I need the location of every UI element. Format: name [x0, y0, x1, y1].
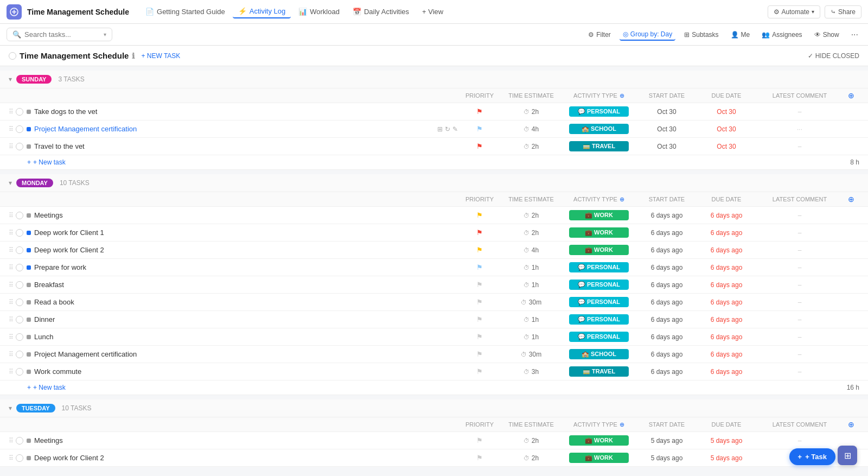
- drag-handle[interactable]: ⠿: [9, 108, 14, 116]
- info-icon[interactable]: ℹ: [132, 52, 135, 60]
- col-add-monday[interactable]: ⊕: [843, 195, 859, 204]
- priority-flag-gray[interactable]: ⚑: [476, 298, 483, 306]
- priority-flag-red[interactable]: ⚑: [476, 229, 483, 237]
- task-start-date: 6 days ago: [637, 316, 697, 323]
- task-checkbox[interactable]: [16, 351, 23, 358]
- task-checkbox[interactable]: [16, 281, 23, 289]
- drag-handle[interactable]: ⠿: [9, 281, 14, 289]
- priority-flag-red[interactable]: ⚑: [476, 142, 483, 150]
- drag-handle[interactable]: ⠿: [9, 316, 14, 323]
- more-options-button[interactable]: ···: [848, 28, 861, 41]
- tab-daily-activities[interactable]: 📅 Daily Activities: [347, 5, 414, 18]
- drag-handle[interactable]: ⠿: [9, 437, 14, 445]
- task-color-indicator: [27, 352, 31, 357]
- show-button[interactable]: 👁 Show: [811, 29, 843, 40]
- activity-info-icon[interactable]: ⊕: [620, 92, 624, 99]
- priority-flag-gray[interactable]: ⚑: [476, 281, 483, 289]
- me-button[interactable]: 👤 Me: [727, 29, 754, 40]
- drag-handle[interactable]: ⠿: [9, 368, 14, 376]
- add-task-floating-button[interactable]: + + Task: [789, 448, 835, 465]
- priority-flag-red[interactable]: ⚑: [476, 107, 483, 116]
- page-toggle[interactable]: [9, 52, 16, 60]
- tab-activity-log[interactable]: ⚡ Activity Log: [233, 5, 291, 18]
- priority-flag-blue[interactable]: ⚑: [476, 263, 483, 271]
- priority-flag-blue[interactable]: ⚑: [476, 125, 483, 133]
- tab-getting-started[interactable]: 📄 Getting Started Guide: [140, 5, 231, 18]
- new-task-button[interactable]: + NEW TASK: [141, 52, 180, 60]
- drag-handle[interactable]: ⠿: [9, 212, 14, 219]
- activity-info-icon-tue[interactable]: ⊕: [620, 421, 624, 428]
- clock-icon: ⏱: [521, 351, 527, 358]
- subtasks-button[interactable]: ⊞ Subtasks: [681, 29, 722, 40]
- task-priority: ⚑: [458, 367, 501, 376]
- priority-flag-gray[interactable]: ⚑: [476, 333, 483, 341]
- priority-flag-yellow[interactable]: ⚑: [476, 211, 483, 219]
- task-checkbox[interactable]: [16, 264, 23, 271]
- priority-flag-gray[interactable]: ⚑: [476, 315, 483, 323]
- drag-handle[interactable]: ⠿: [9, 264, 14, 271]
- task-checkbox[interactable]: [16, 125, 23, 133]
- task-time: ⏱2h: [501, 143, 561, 150]
- task-checkbox[interactable]: [16, 437, 23, 445]
- priority-flag-gray[interactable]: ⚑: [476, 367, 483, 376]
- task-name[interactable]: Project Management certification: [34, 125, 434, 133]
- task-checkbox[interactable]: [16, 108, 23, 116]
- col-add-tuesday[interactable]: ⊕: [843, 420, 859, 429]
- task-checkbox[interactable]: [16, 143, 23, 150]
- collapse-monday-button[interactable]: ▾: [9, 179, 12, 187]
- group-by-button[interactable]: ◎ Group by: Day: [620, 29, 675, 41]
- task-name: Dinner: [34, 315, 458, 323]
- clock-icon: ⏱: [524, 212, 529, 219]
- filter-button[interactable]: ⚙ Filter: [585, 29, 614, 40]
- assignees-button[interactable]: 👥 Assignees: [758, 29, 805, 40]
- tab-workload[interactable]: 📊 Workload: [293, 5, 345, 18]
- automate-button[interactable]: ⚙ Automate ▾: [768, 5, 820, 18]
- edit-icon[interactable]: ✎: [452, 125, 458, 133]
- task-checkbox[interactable]: [16, 316, 23, 323]
- drag-handle[interactable]: ⠿: [9, 229, 14, 237]
- drag-handle[interactable]: ⠿: [9, 333, 14, 341]
- task-checkbox[interactable]: [16, 454, 23, 462]
- monday-column-headers: PRIORITY TIME ESTIMATE ACTIVITY TYPE ⊕ S…: [0, 192, 868, 207]
- clock-icon: ⏱: [524, 334, 529, 340]
- task-checkbox[interactable]: [16, 212, 23, 219]
- retry-icon[interactable]: ↻: [445, 125, 450, 133]
- task-checkbox[interactable]: [16, 299, 23, 306]
- tab-view[interactable]: + View: [417, 5, 449, 18]
- share-button[interactable]: ⤷ Share: [825, 5, 861, 18]
- grid-view-floating-button[interactable]: ⊞: [838, 446, 857, 465]
- hide-closed-button[interactable]: ✓ HIDE CLOSED: [808, 52, 859, 60]
- activity-badge-personal: 💬 PERSONAL: [569, 332, 629, 342]
- col-add-sunday[interactable]: ⊕: [843, 91, 859, 100]
- collapse-sunday-button[interactable]: ▾: [9, 75, 12, 83]
- drag-handle[interactable]: ⠿: [9, 246, 14, 254]
- priority-flag-yellow[interactable]: ⚑: [476, 246, 483, 254]
- sunday-new-task-row[interactable]: + + New task 8 h: [0, 155, 868, 170]
- search-input[interactable]: [24, 30, 100, 39]
- activity-info-icon-mon[interactable]: ⊕: [620, 196, 624, 203]
- priority-flag-gray[interactable]: ⚑: [476, 350, 483, 358]
- task-checkbox[interactable]: [16, 229, 23, 237]
- monday-new-task-row[interactable]: + + New task 16 h: [0, 380, 868, 395]
- drag-handle[interactable]: ⠿: [9, 125, 14, 133]
- priority-flag-gray[interactable]: ⚑: [476, 454, 483, 462]
- task-latest-comment: –: [756, 264, 843, 271]
- task-checkbox[interactable]: [16, 333, 23, 341]
- task-checkbox[interactable]: [16, 246, 23, 254]
- task-due-date: 5 days ago: [697, 437, 756, 445]
- drag-handle[interactable]: ⠿: [9, 351, 14, 358]
- drag-handle[interactable]: ⠿: [9, 299, 14, 306]
- task-start-date: 6 days ago: [637, 351, 697, 358]
- drag-handle[interactable]: ⠿: [9, 143, 14, 150]
- collapse-tuesday-button[interactable]: ▾: [9, 404, 12, 412]
- task-priority: ⚑: [458, 454, 501, 462]
- task-color-indicator: [27, 127, 31, 131]
- activity-badge-work: 💼 WORK: [569, 210, 629, 220]
- drag-handle[interactable]: ⠿: [9, 454, 14, 462]
- search-box[interactable]: 🔍 ▾: [7, 28, 112, 41]
- priority-flag-gray[interactable]: ⚑: [476, 436, 483, 445]
- subtask-icon[interactable]: ⊞: [437, 125, 443, 133]
- clock-icon: ⏱: [524, 316, 529, 323]
- task-checkbox[interactable]: [16, 368, 23, 376]
- task-name: Travel to the vet: [34, 142, 458, 150]
